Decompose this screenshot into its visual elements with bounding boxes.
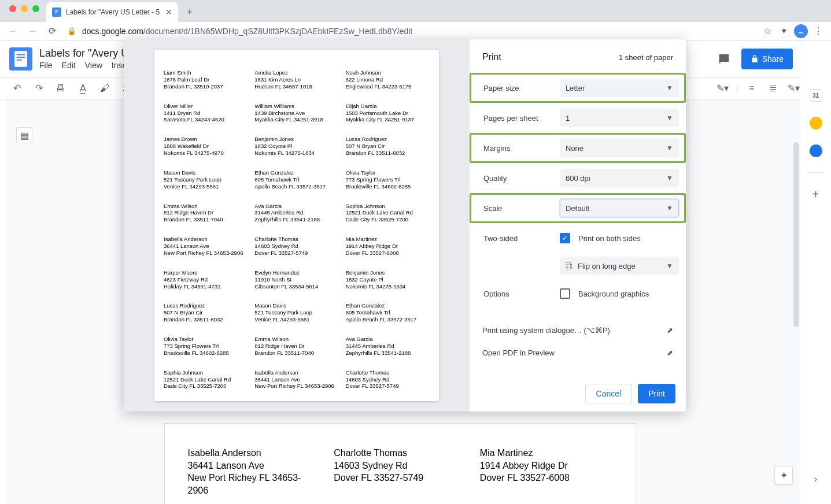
comments-icon[interactable] <box>715 50 733 68</box>
line-spacing-icon[interactable]: ≣ <box>765 81 780 96</box>
pages-per-sheet-select[interactable]: 1 ▼ <box>560 109 679 127</box>
url-host: docs.google.com <box>82 27 143 36</box>
flip-select[interactable]: ⿻ Flip on long edge ▼ <box>560 257 679 275</box>
add-addon-icon[interactable]: + <box>810 188 822 201</box>
tab-close-icon[interactable]: ✕ <box>165 8 172 17</box>
extensions-icon[interactable]: ✦ <box>778 25 789 37</box>
paper-size-row: Paper size Letter ▼ <box>470 73 686 103</box>
docs-favicon <box>52 8 61 17</box>
flip-icon: ⿻ <box>566 262 573 270</box>
margins-row: Margins None ▼ <box>470 133 686 163</box>
two-sided-checkbox[interactable]: ✓ <box>560 233 570 243</box>
preview-label: Noah Johnson622 Limona RdEnglewood FL 34… <box>346 69 430 90</box>
open-pdf-link[interactable]: Open PDF in Preview ⬈ <box>470 342 686 364</box>
paper-size-value: Letter <box>566 84 585 92</box>
margins-value: None <box>566 144 583 153</box>
align-icon[interactable]: ≡ <box>744 81 759 96</box>
forward-button[interactable]: → <box>24 23 40 39</box>
profile-avatar[interactable] <box>794 24 808 38</box>
preview-label: Ava Garcia31445 Amberlea RdZephyrhills F… <box>346 336 430 357</box>
url-field[interactable]: docs.google.com/document/d/1BN65WDHp_qSZ… <box>82 27 758 36</box>
quality-value: 600 dpi <box>566 174 590 183</box>
preview-label: Olivia Taylor773 Spring Flowers TrlBrook… <box>346 169 430 190</box>
svg-rect-2 <box>55 12 58 12</box>
preview-label: Isabella Anderson36441 Lanson AveNew Por… <box>254 369 338 390</box>
system-dialog-link[interactable]: Print using system dialogue… (⌥⌘P) ⬈ <box>470 319 686 342</box>
margins-select[interactable]: None ▼ <box>560 139 679 157</box>
print-icon[interactable]: 🖶 <box>53 81 68 96</box>
document-label[interactable]: Charlotte Thomas14603 Sydney RdDover FL … <box>334 447 466 496</box>
chevron-down-icon: ▼ <box>666 84 673 92</box>
tasks-addon-icon[interactable] <box>810 144 822 157</box>
menu-file[interactable]: File <box>39 61 53 70</box>
print-button[interactable]: Print <box>638 384 675 403</box>
preview-label: Charlotte Thomas14603 Sydney RdDover FL … <box>254 236 338 257</box>
editing-mode-icon[interactable]: ✎▾ <box>715 81 730 96</box>
preview-label: William Williams1439 Birchstone AveMyakk… <box>254 103 338 124</box>
maximize-window-icon[interactable] <box>32 5 39 12</box>
outline-toggle-icon[interactable]: ▤ <box>16 127 32 143</box>
window-controls[interactable] <box>5 5 46 17</box>
spellcheck-icon[interactable]: A̲ <box>75 81 90 96</box>
cancel-button[interactable]: Cancel <box>585 384 633 403</box>
paper-size-select[interactable]: Letter ▼ <box>560 79 679 97</box>
browser-tab[interactable]: Labels for "Avery US Letter - 5 ✕ <box>46 2 178 22</box>
svg-rect-8 <box>17 59 22 60</box>
side-panel: 31 + › <box>800 40 831 504</box>
minimize-window-icon[interactable] <box>21 5 28 12</box>
preview-label: Sophia Johnson12521 Duck Lake Canal RdDa… <box>346 203 430 224</box>
svg-rect-1 <box>55 10 58 11</box>
preview-label: Lucas Rodriguez507 N Bryan CirBrandon FL… <box>164 302 248 323</box>
document-label[interactable]: Isabella Anderson36441 Lanson AveNew Por… <box>188 447 320 496</box>
pages-per-sheet-row: Pages per sheet 1 ▼ <box>470 103 686 133</box>
preview-label: Mason Davis521 Tuscany Park LoopVenice F… <box>164 169 248 190</box>
document-label[interactable]: Mia Martinez1914 Abbey Ridge DrDover FL … <box>480 447 612 496</box>
collapse-side-panel-icon[interactable]: › <box>814 474 817 484</box>
back-button[interactable]: ← <box>5 23 21 39</box>
margins-label: Margins <box>475 144 560 153</box>
background-graphics-checkbox[interactable] <box>560 288 570 299</box>
flip-value: Flip on long edge <box>578 262 662 270</box>
undo-icon[interactable]: ↶ <box>9 81 24 96</box>
two-sided-checkbox-label: Print on both sides <box>578 234 641 243</box>
reload-button[interactable]: ⟳ <box>44 23 60 39</box>
print-preview-pane[interactable]: Liam Smith1678 Palm Leaf DrBrandon FL 33… <box>124 39 470 412</box>
menu-edit[interactable]: Edit <box>62 61 76 70</box>
browser-chrome: Labels for "Avery US Letter - 5 ✕ + ← → … <box>0 0 831 40</box>
options-row: Options Background graphics <box>470 279 686 309</box>
docs-logo-icon[interactable] <box>9 47 32 71</box>
star-icon[interactable]: ☆ <box>762 25 773 37</box>
quality-select[interactable]: 600 dpi ▼ <box>560 169 679 187</box>
background-graphics-label: Background graphics <box>578 290 649 298</box>
preview-label: Benjamin Jones1832 Coyote PlNokomis FL 3… <box>254 136 338 157</box>
keep-addon-icon[interactable] <box>810 117 822 129</box>
preview-label: Emma Wilson812 Ridge Haven DrBrandon FL … <box>254 336 338 357</box>
preview-label: Ethan Gonzalez605 Tomahawk TrlApollo Bea… <box>254 169 338 190</box>
kebab-menu-icon[interactable]: ⋮ <box>812 25 824 37</box>
calendar-addon-icon[interactable]: 31 <box>810 89 822 102</box>
preview-label: Mia Martinez1914 Abbey Ridge DrDover FL … <box>346 236 430 257</box>
paint-format-icon[interactable]: 🖌 <box>97 81 112 96</box>
close-window-icon[interactable] <box>9 5 16 12</box>
document-page[interactable]: Isabella Anderson36441 Lanson AveNew Por… <box>164 423 636 504</box>
print-settings-pane: Print 1 sheet of paper Paper size Letter… <box>470 39 686 412</box>
print-dialog-footer: Cancel Print <box>470 376 686 412</box>
chevron-down-icon: ▼ <box>666 262 673 270</box>
preview-label: Sophia Johnson12521 Duck Lake Canal RdDa… <box>164 369 248 390</box>
vertical-ruler <box>0 99 8 504</box>
vertical-scrollbar[interactable] <box>793 142 800 443</box>
new-tab-button[interactable]: + <box>182 4 198 20</box>
preview-label: Amelia Lopez1831 Kim Acres LnHudson FL 3… <box>254 69 338 90</box>
share-button[interactable]: Share <box>741 49 793 69</box>
redo-icon[interactable]: ↷ <box>31 81 46 96</box>
lock-icon[interactable]: 🔒 <box>67 27 76 35</box>
svg-rect-6 <box>17 54 25 55</box>
url-path: /document/d/1BN65WDHp_qSZ8Ultf3PKSzjDAEb… <box>143 27 412 36</box>
editing-pencil-icon[interactable]: ✎▾ <box>786 81 801 96</box>
calendar-day: 31 <box>812 92 819 99</box>
menu-view[interactable]: View <box>85 61 102 70</box>
scale-select[interactable]: Default ▼ <box>560 199 679 217</box>
system-dialog-text: Print using system dialogue… (⌥⌘P) <box>482 326 610 335</box>
preview-label: James Brown1808 Wakefield DrNokomis FL 3… <box>164 136 248 157</box>
explore-button[interactable]: ✦ <box>774 466 793 484</box>
